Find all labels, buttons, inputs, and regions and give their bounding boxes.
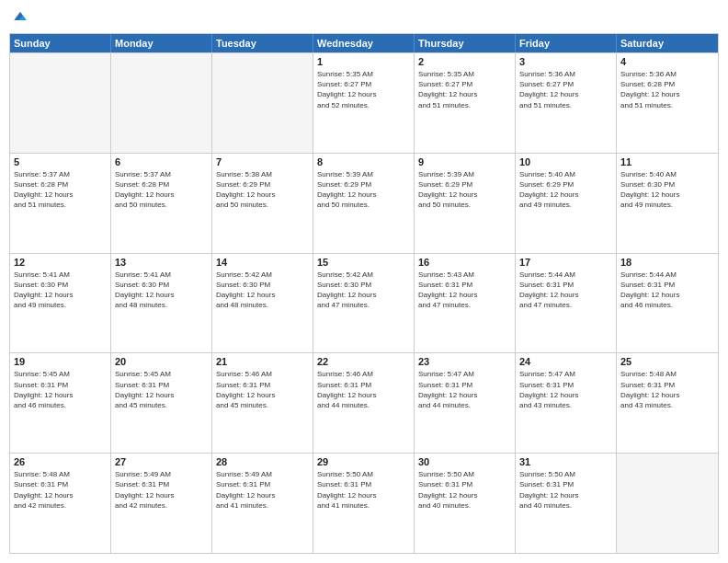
calendar-day-cell: 1Sunrise: 5:35 AM Sunset: 6:27 PM Daylig… (313, 53, 415, 153)
weekday-header: Sunday (10, 34, 111, 52)
calendar-day-cell: 3Sunrise: 5:36 AM Sunset: 6:27 PM Daylig… (516, 53, 617, 153)
day-number: 26 (14, 456, 107, 467)
calendar-day-cell: 6Sunrise: 5:37 AM Sunset: 6:28 PM Daylig… (111, 154, 212, 253)
day-number: 13 (115, 257, 208, 268)
calendar-day-cell: 12Sunrise: 5:41 AM Sunset: 6:30 PM Dayli… (10, 254, 111, 353)
day-info: Sunrise: 5:48 AM Sunset: 6:31 PM Dayligh… (14, 469, 107, 511)
calendar-week-row: 19Sunrise: 5:45 AM Sunset: 6:31 PM Dayli… (10, 352, 718, 453)
calendar-week-row: 1Sunrise: 5:35 AM Sunset: 6:27 PM Daylig… (10, 52, 718, 153)
day-number: 7 (216, 156, 309, 167)
calendar-body: 1Sunrise: 5:35 AM Sunset: 6:27 PM Daylig… (10, 52, 718, 553)
calendar-header: SundayMondayTuesdayWednesdayThursdayFrid… (10, 34, 718, 52)
calendar: SundayMondayTuesdayWednesdayThursdayFrid… (9, 33, 719, 554)
calendar-day-cell: 22Sunrise: 5:46 AM Sunset: 6:31 PM Dayli… (313, 353, 415, 453)
day-number: 22 (317, 356, 410, 367)
day-info: Sunrise: 5:37 AM Sunset: 6:28 PM Dayligh… (115, 169, 208, 211)
day-number: 15 (317, 257, 410, 268)
calendar-day-cell: 16Sunrise: 5:43 AM Sunset: 6:31 PM Dayli… (415, 254, 516, 353)
day-number: 24 (519, 356, 612, 367)
day-info: Sunrise: 5:48 AM Sunset: 6:31 PM Dayligh… (620, 369, 714, 410)
day-info: Sunrise: 5:45 AM Sunset: 6:31 PM Dayligh… (115, 369, 208, 410)
weekday-header: Thursday (415, 34, 516, 52)
day-number: 27 (115, 456, 208, 467)
weekday-header: Friday (516, 34, 617, 52)
calendar-day-cell: 17Sunrise: 5:44 AM Sunset: 6:31 PM Dayli… (516, 254, 617, 353)
day-info: Sunrise: 5:35 AM Sunset: 6:27 PM Dayligh… (418, 69, 511, 110)
day-number: 18 (620, 257, 714, 268)
day-info: Sunrise: 5:46 AM Sunset: 6:31 PM Dayligh… (216, 369, 309, 410)
weekday-header: Monday (111, 34, 212, 52)
calendar-day-cell: 8Sunrise: 5:39 AM Sunset: 6:29 PM Daylig… (313, 154, 415, 253)
calendar-day-cell: 11Sunrise: 5:40 AM Sunset: 6:30 PM Dayli… (617, 154, 718, 253)
day-info: Sunrise: 5:45 AM Sunset: 6:31 PM Dayligh… (14, 369, 107, 410)
calendar-day-cell: 23Sunrise: 5:47 AM Sunset: 6:31 PM Dayli… (415, 353, 516, 453)
day-number: 20 (115, 356, 208, 367)
day-number: 25 (620, 356, 714, 367)
calendar-day-cell: 5Sunrise: 5:37 AM Sunset: 6:28 PM Daylig… (10, 154, 111, 253)
day-info: Sunrise: 5:50 AM Sunset: 6:31 PM Dayligh… (418, 469, 511, 511)
day-info: Sunrise: 5:49 AM Sunset: 6:31 PM Dayligh… (115, 469, 208, 511)
day-number: 12 (14, 257, 107, 268)
calendar-day-cell (111, 53, 212, 153)
calendar-day-cell: 4Sunrise: 5:36 AM Sunset: 6:28 PM Daylig… (617, 53, 718, 153)
calendar-day-cell: 24Sunrise: 5:47 AM Sunset: 6:31 PM Dayli… (516, 353, 617, 453)
calendar-day-cell: 30Sunrise: 5:50 AM Sunset: 6:31 PM Dayli… (415, 454, 516, 553)
day-number: 10 (519, 156, 612, 167)
day-info: Sunrise: 5:42 AM Sunset: 6:30 PM Dayligh… (317, 270, 410, 311)
day-number: 29 (317, 456, 410, 467)
calendar-day-cell (617, 454, 718, 553)
page: SundayMondayTuesdayWednesdayThursdayFrid… (0, 0, 728, 563)
calendar-day-cell: 18Sunrise: 5:44 AM Sunset: 6:31 PM Dayli… (617, 254, 718, 353)
weekday-header: Tuesday (212, 34, 313, 52)
calendar-day-cell: 13Sunrise: 5:41 AM Sunset: 6:30 PM Dayli… (111, 254, 212, 353)
day-number: 14 (216, 257, 309, 268)
day-info: Sunrise: 5:37 AM Sunset: 6:28 PM Dayligh… (14, 169, 107, 211)
day-info: Sunrise: 5:36 AM Sunset: 6:27 PM Dayligh… (519, 69, 612, 110)
day-info: Sunrise: 5:39 AM Sunset: 6:29 PM Dayligh… (317, 169, 410, 211)
calendar-day-cell: 10Sunrise: 5:40 AM Sunset: 6:29 PM Dayli… (516, 154, 617, 253)
calendar-day-cell: 27Sunrise: 5:49 AM Sunset: 6:31 PM Dayli… (111, 454, 212, 553)
day-number: 8 (317, 156, 410, 167)
day-number: 5 (14, 156, 107, 167)
calendar-day-cell: 2Sunrise: 5:35 AM Sunset: 6:27 PM Daylig… (415, 53, 516, 153)
calendar-week-row: 12Sunrise: 5:41 AM Sunset: 6:30 PM Dayli… (10, 253, 718, 353)
day-info: Sunrise: 5:39 AM Sunset: 6:29 PM Dayligh… (418, 169, 511, 211)
day-info: Sunrise: 5:41 AM Sunset: 6:30 PM Dayligh… (14, 270, 107, 311)
day-info: Sunrise: 5:50 AM Sunset: 6:31 PM Dayligh… (317, 469, 410, 511)
calendar-day-cell: 25Sunrise: 5:48 AM Sunset: 6:31 PM Dayli… (617, 353, 718, 453)
day-info: Sunrise: 5:49 AM Sunset: 6:31 PM Dayligh… (216, 469, 309, 511)
calendar-day-cell: 7Sunrise: 5:38 AM Sunset: 6:29 PM Daylig… (212, 154, 313, 253)
calendar-day-cell (10, 53, 111, 153)
day-number: 4 (620, 56, 714, 67)
day-number: 1 (317, 56, 410, 67)
logo-icon (9, 9, 28, 28)
calendar-day-cell: 14Sunrise: 5:42 AM Sunset: 6:30 PM Dayli… (212, 254, 313, 353)
header (9, 9, 719, 28)
day-info: Sunrise: 5:50 AM Sunset: 6:31 PM Dayligh… (519, 469, 612, 511)
day-number: 6 (115, 156, 208, 167)
day-number: 2 (418, 56, 511, 67)
day-info: Sunrise: 5:35 AM Sunset: 6:27 PM Dayligh… (317, 69, 410, 110)
calendar-day-cell: 20Sunrise: 5:45 AM Sunset: 6:31 PM Dayli… (111, 353, 212, 453)
calendar-week-row: 26Sunrise: 5:48 AM Sunset: 6:31 PM Dayli… (10, 453, 718, 553)
calendar-day-cell: 28Sunrise: 5:49 AM Sunset: 6:31 PM Dayli… (212, 454, 313, 553)
calendar-day-cell: 21Sunrise: 5:46 AM Sunset: 6:31 PM Dayli… (212, 353, 313, 453)
day-number: 3 (519, 56, 612, 67)
day-info: Sunrise: 5:42 AM Sunset: 6:30 PM Dayligh… (216, 270, 309, 311)
day-number: 11 (620, 156, 714, 167)
day-info: Sunrise: 5:44 AM Sunset: 6:31 PM Dayligh… (620, 270, 714, 311)
day-info: Sunrise: 5:36 AM Sunset: 6:28 PM Dayligh… (620, 69, 714, 110)
day-info: Sunrise: 5:44 AM Sunset: 6:31 PM Dayligh… (519, 270, 612, 311)
day-number: 19 (14, 356, 107, 367)
weekday-header: Saturday (617, 34, 718, 52)
day-number: 17 (519, 257, 612, 268)
calendar-day-cell: 29Sunrise: 5:50 AM Sunset: 6:31 PM Dayli… (313, 454, 415, 553)
day-info: Sunrise: 5:40 AM Sunset: 6:29 PM Dayligh… (519, 169, 612, 211)
day-info: Sunrise: 5:40 AM Sunset: 6:30 PM Dayligh… (620, 169, 714, 211)
day-info: Sunrise: 5:47 AM Sunset: 6:31 PM Dayligh… (418, 369, 511, 410)
day-number: 16 (418, 257, 511, 268)
day-number: 30 (418, 456, 511, 467)
calendar-week-row: 5Sunrise: 5:37 AM Sunset: 6:28 PM Daylig… (10, 153, 718, 253)
day-number: 9 (418, 156, 511, 167)
day-info: Sunrise: 5:47 AM Sunset: 6:31 PM Dayligh… (519, 369, 612, 410)
